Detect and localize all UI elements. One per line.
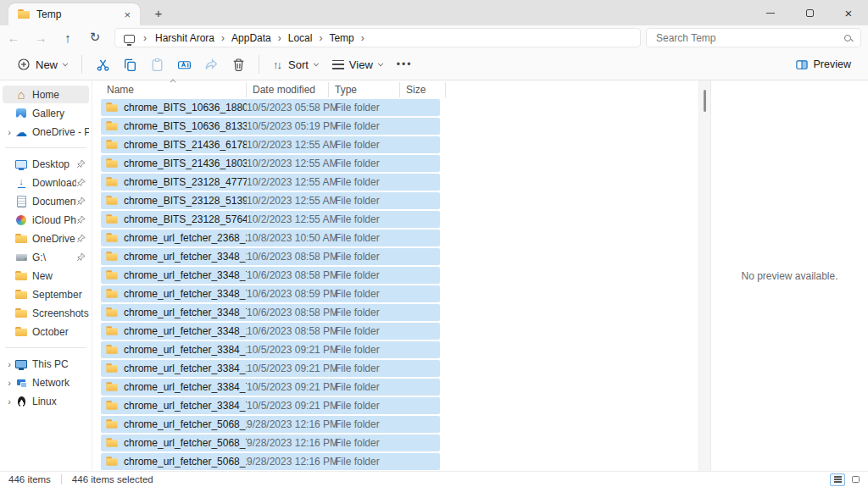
chevron-right-icon: › (140, 32, 150, 44)
tab-temp[interactable]: Temp × (8, 3, 140, 25)
breadcrumb[interactable]: › Harshit Arora›AppData›Local›Temp› (114, 28, 641, 47)
date-modified-cell: 9/28/2023 12:16 PM (247, 456, 329, 468)
maximize-button[interactable] (790, 0, 829, 25)
paste-button[interactable] (143, 53, 170, 76)
sidebar-item-gallery[interactable]: Gallery (3, 104, 89, 122)
sidebar-item-documents[interactable]: Documents (3, 192, 89, 210)
date-modified-cell: 10/2/2023 12:55 AM (247, 139, 329, 151)
date-modified-cell: 10/5/2023 05:19 PM (247, 120, 329, 132)
view-button[interactable]: View (326, 54, 390, 75)
window-controls: × (751, 0, 868, 25)
type-cell: File folder (329, 344, 400, 356)
cut-button[interactable] (89, 53, 116, 76)
copy-button[interactable] (116, 53, 143, 76)
folder-icon (105, 381, 118, 392)
sidebar-item-downloads[interactable]: Downloads (3, 174, 89, 191)
share-button[interactable] (198, 53, 225, 76)
date-modified-cell: 10/6/2023 08:58 PM (247, 251, 329, 263)
delete-button[interactable] (225, 53, 252, 76)
column-header-type[interactable]: Type (329, 82, 400, 97)
file-row-chrome-bits-23128-513908135[interactable]: chrome_BITS_23128_51390813510/2/2023 12:… (101, 192, 440, 209)
sidebar-item-label: Home (32, 89, 89, 101)
sort-ascending-icon (170, 80, 176, 86)
type-cell: File folder (329, 102, 400, 113)
search-box[interactable] (646, 28, 861, 47)
file-row-chrome-url-fetcher-3384-799376111[interactable]: chrome_url_fetcher_3384_79937611110/5/20… (101, 397, 440, 414)
breadcrumb-segment-harshit-arora[interactable]: Harshit Arora (152, 32, 218, 44)
up-button[interactable]: ↑ (54, 30, 81, 45)
new-button[interactable]: New (10, 53, 75, 75)
sidebar-item-icloud-photos[interactable]: iCloud Photos (3, 211, 89, 229)
file-row-chrome-url-fetcher-3348-762603971[interactable]: chrome_url_fetcher_3348_76260397110/6/20… (101, 285, 440, 302)
file-row-chrome-bits-23128-576480583[interactable]: chrome_BITS_23128_57648058310/2/2023 12:… (101, 211, 440, 228)
file-row-chrome-url-fetcher-3384-754151892[interactable]: chrome_url_fetcher_3384_75415189210/5/20… (101, 379, 440, 396)
search-input[interactable] (654, 31, 844, 45)
preview-toggle-button[interactable]: Preview (788, 54, 858, 75)
date-modified-cell: 10/2/2023 12:55 AM (247, 158, 329, 169)
file-row-chrome-url-fetcher-3384-172591398[interactable]: chrome_url_fetcher_3384_17259139810/5/20… (101, 360, 440, 377)
sidebar-item-linux[interactable]: ›Linux (3, 392, 89, 410)
pc-icon (14, 358, 28, 370)
sidebar-item-october[interactable]: October (3, 323, 89, 340)
sidebar-item-network[interactable]: ›Network (3, 374, 89, 391)
preview-pane: No preview available. (710, 80, 868, 471)
sidebar-item-onedrive[interactable]: OneDrive (3, 230, 89, 247)
date-modified-cell: 10/6/2023 08:58 PM (247, 269, 329, 281)
file-row-chrome-url-fetcher-2368-2079736239[interactable]: chrome_url_fetcher_2368_207973623910/8/2… (101, 230, 440, 246)
scrollbar-thumb[interactable] (704, 90, 706, 112)
file-row-chrome-url-fetcher-3348-184030118[interactable]: chrome_url_fetcher_3348_18403011810/6/20… (101, 248, 440, 265)
details-view-toggle[interactable] (830, 473, 845, 486)
file-name-cell: chrome_BITS_23128_513908135 (101, 195, 247, 207)
sidebar-item-label: September (32, 289, 89, 301)
file-row-chrome-url-fetcher-3348-762165606[interactable]: chrome_url_fetcher_3348_76216560610/6/20… (101, 267, 440, 284)
sidebar-item-screenshots[interactable]: Screenshots (3, 304, 89, 322)
sidebar-item-september[interactable]: September (3, 285, 89, 303)
view-label: View (349, 58, 373, 71)
chevron-down-icon (63, 60, 68, 65)
file-row-chrome-bits-10636-813368861[interactable]: chrome_BITS_10636_81336886110/5/2023 05:… (101, 118, 440, 135)
folder-icon (105, 269, 118, 280)
plus-circle-icon (17, 58, 31, 71)
file-row-chrome-url-fetcher-3348-1390261003[interactable]: chrome_url_fetcher_3348_139026100310/6/2… (101, 323, 440, 340)
file-row-chrome-bits-23128-477703953[interactable]: chrome_BITS_23128_47770395310/2/2023 12:… (101, 174, 440, 191)
close-button[interactable]: × (829, 0, 868, 25)
file-row-chrome-url-fetcher-5068-764171856[interactable]: chrome_url_fetcher_5068_7641718569/28/20… (101, 434, 440, 451)
sort-button[interactable]: ↑↓ Sort (266, 54, 326, 75)
refresh-button[interactable]: ↻ (81, 30, 108, 45)
folder-icon (105, 232, 118, 243)
file-row-chrome-url-fetcher-3384-133701332[interactable]: chrome_url_fetcher_3384_13370133210/5/20… (101, 341, 440, 358)
file-row-chrome-bits-21436-1803008613[interactable]: chrome_BITS_21436_180300861310/2/2023 12… (101, 155, 440, 172)
minimize-button[interactable] (751, 0, 790, 25)
file-row-chrome-url-fetcher-5068-1016669819[interactable]: chrome_url_fetcher_5068_10166698199/28/2… (101, 453, 440, 470)
folder-icon (105, 456, 118, 467)
file-row-chrome-url-fetcher-5068-12030369[interactable]: chrome_url_fetcher_5068_120303699/28/202… (101, 416, 440, 433)
new-tab-button[interactable]: + (148, 3, 169, 23)
sidebar-item-g[interactable]: G:\ (3, 248, 89, 266)
large-icons-view-toggle[interactable] (848, 473, 863, 486)
column-header-name[interactable]: Name (101, 82, 247, 97)
rename-button[interactable] (170, 53, 198, 76)
breadcrumb-segment-temp[interactable]: Temp (326, 32, 357, 44)
breadcrumb-segment-appdata[interactable]: AppData (228, 32, 275, 44)
main-content: HomeGallery›OneDrive - PersonaDesktopDow… (0, 80, 868, 471)
tab-close-icon[interactable]: × (121, 8, 133, 21)
back-button[interactable]: ← (0, 30, 27, 45)
file-row-chrome-bits-21436-617824255[interactable]: chrome_BITS_21436_61782425510/2/2023 12:… (101, 136, 440, 153)
file-row-chrome-bits-10636-188072365[interactable]: chrome_BITS_10636_18807236510/5/2023 05:… (101, 99, 440, 116)
sidebar-item-new[interactable]: New (3, 267, 89, 285)
breadcrumb-segment-local[interactable]: Local (285, 32, 316, 44)
vertical-scrollbar[interactable] (698, 80, 710, 471)
forward-button[interactable]: → (27, 30, 54, 45)
sidebar-item-home[interactable]: Home (3, 86, 89, 103)
sidebar-item-desktop[interactable]: Desktop (3, 155, 89, 173)
sidebar-item-onedrive-persona[interactable]: ›OneDrive - Persona (3, 123, 89, 141)
column-header-date-modified[interactable]: Date modified (247, 82, 329, 97)
type-cell: File folder (329, 120, 400, 132)
trash-icon (231, 58, 246, 72)
more-options-button[interactable]: ••• (390, 54, 420, 75)
column-header-size[interactable]: Size (400, 82, 446, 97)
type-cell: File folder (329, 437, 400, 449)
file-row-chrome-url-fetcher-3348-791636275[interactable]: chrome_url_fetcher_3348_79163627510/6/20… (101, 304, 440, 321)
type-cell: File folder (329, 232, 400, 244)
sidebar-item-this-pc[interactable]: ›This PC (3, 355, 89, 373)
